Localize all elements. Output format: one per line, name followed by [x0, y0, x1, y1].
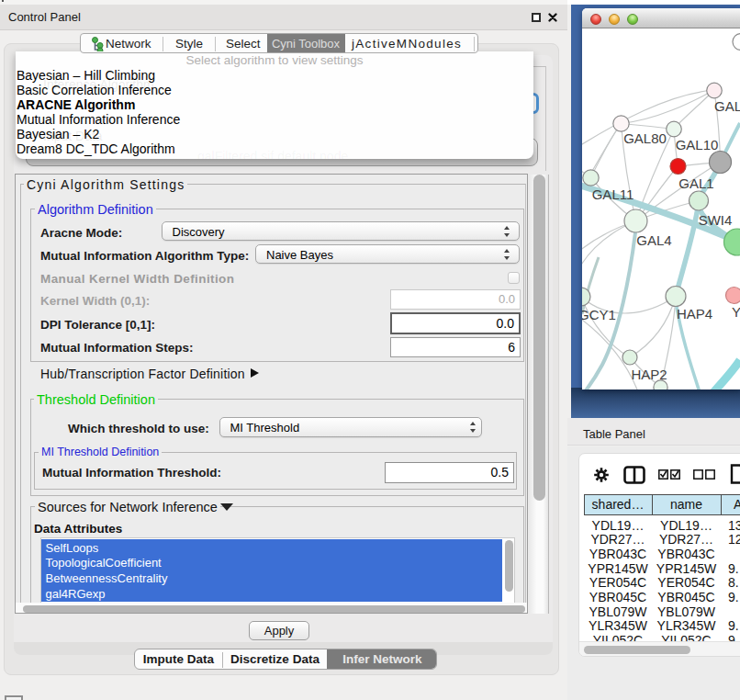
svg-text:GAL11: GAL11: [592, 186, 634, 202]
svg-text:GCY1: GCY1: [582, 307, 616, 322]
svg-text:GAL7: GAL7: [714, 98, 740, 114]
svg-text:GAL80: GAL80: [623, 130, 667, 146]
svg-text:SWI4: SWI4: [699, 212, 733, 228]
svg-text:GAL4: GAL4: [636, 232, 671, 248]
svg-text:HAP2: HAP2: [631, 367, 667, 382]
svg-text:GAL10: GAL10: [676, 137, 719, 152]
svg-text:GAL1: GAL1: [678, 175, 713, 191]
svg-text:HAP4: HAP4: [677, 306, 712, 322]
svg-text:YM: YM: [732, 304, 740, 320]
